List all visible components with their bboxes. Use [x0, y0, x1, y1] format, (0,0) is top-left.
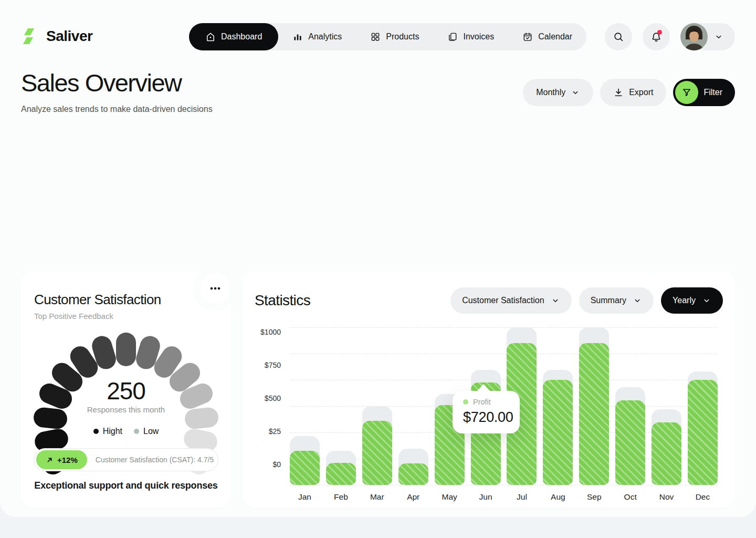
month-label-jul: Jul — [507, 492, 537, 502]
y-axis-tick: $500 — [243, 394, 281, 402]
gauge-caption: Responses this month — [21, 405, 231, 414]
avatar — [680, 23, 708, 50]
chart-tooltip: Profit $720.00 — [453, 391, 520, 433]
bar-sep[interactable] — [579, 327, 609, 485]
csat-score-text: Customer Satisfaction (CSAT): 4.7/5 — [96, 456, 214, 464]
month-label-sep: Sep — [579, 492, 609, 502]
change-badge: +12% — [36, 450, 87, 469]
analytics-icon — [292, 32, 303, 42]
y-axis-tick: $0 — [243, 460, 281, 469]
home-icon — [205, 32, 216, 42]
bar-apr[interactable] — [398, 327, 428, 485]
filter-button[interactable]: Filter — [673, 79, 735, 106]
chevron-down-icon — [714, 32, 723, 42]
export-button-label: Export — [629, 88, 653, 97]
y-axis-tick: $25 — [243, 427, 281, 436]
top-bar: Saliver DashboardAnalyticsProductsInvoic… — [21, 23, 735, 50]
legend-item-low: Low — [134, 427, 159, 436]
statistics-filters: Customer SatisfactionSummaryYearly — [450, 287, 723, 314]
brand-name: Saliver — [46, 28, 92, 45]
month-label-apr: Apr — [398, 492, 428, 502]
legend-item-hight: Hight — [93, 427, 122, 436]
nav-item-calendar[interactable]: Calendar — [508, 23, 586, 50]
search-icon — [613, 31, 624, 43]
statistics-header: Statistics Customer SatisfactionSummaryY… — [255, 287, 723, 314]
card-subtitle: Top Positive Feedback — [34, 312, 113, 320]
chevron-down-icon — [633, 296, 642, 305]
month-label-dec: Dec — [688, 492, 718, 502]
chevron-down-icon — [571, 88, 580, 97]
gauge-segment — [66, 343, 101, 381]
period-select-label: Monthly — [536, 88, 565, 97]
bar-aug[interactable] — [543, 327, 573, 485]
arrow-up-right-icon — [46, 456, 54, 464]
month-label-oct: Oct — [615, 492, 645, 502]
statistics-title: Statistics — [255, 292, 310, 309]
invoices-icon — [447, 32, 458, 42]
chevron-down-icon — [702, 296, 711, 305]
card-more-button[interactable] — [200, 273, 230, 304]
month-label-nov: Nov — [652, 492, 681, 502]
stats-filter-summary[interactable]: Summary — [579, 287, 654, 314]
header-actions: Monthly Export Filter — [523, 79, 735, 106]
change-badge-label: +12% — [57, 456, 78, 464]
main-panel: Saliver DashboardAnalyticsProductsInvoic… — [0, 0, 756, 517]
statistics-card: Statistics Customer SatisfactionSummaryY… — [243, 272, 735, 508]
card-title: Customer Satisfaction — [34, 292, 161, 308]
brand-logo[interactable]: Saliver — [21, 27, 92, 46]
download-icon — [613, 87, 624, 98]
customer-satisfaction-card: Customer Satisfaction Top Positive Feedb… — [21, 272, 231, 508]
month-label-jun: Jun — [471, 492, 501, 502]
search-button[interactable] — [605, 23, 632, 50]
export-button[interactable]: Export — [600, 79, 666, 106]
stats-filter-yearly[interactable]: Yearly — [661, 287, 723, 314]
y-axis-tick: $750 — [243, 361, 281, 369]
gauge-segment — [151, 343, 186, 381]
bar-jan[interactable] — [290, 327, 320, 485]
notification-dot — [657, 30, 662, 35]
bar-feb[interactable] — [326, 327, 356, 485]
gauge-segment — [89, 334, 118, 371]
month-label-aug: Aug — [543, 492, 573, 502]
funnel-icon — [675, 81, 698, 104]
calendar-icon — [522, 32, 533, 42]
page-header: Sales Overview Analyze sales trends to m… — [21, 68, 735, 114]
nav-item-dashboard[interactable]: Dashboard — [189, 23, 278, 50]
gauge-segment — [134, 334, 163, 371]
month-label-mar: Mar — [362, 492, 392, 502]
tooltip-label: Profit — [473, 398, 491, 406]
month-label-jan: Jan — [290, 492, 320, 502]
flash-logo-icon — [21, 27, 40, 46]
x-axis-labels: JanFebMarAprMayJunJulAugSepOctNovDec — [290, 492, 718, 502]
nav-item-analytics[interactable]: Analytics — [278, 23, 356, 50]
tooltip-dot — [463, 399, 468, 405]
nav-item-products[interactable]: Products — [356, 23, 433, 50]
bar-oct[interactable] — [615, 327, 645, 485]
user-menu-button[interactable] — [680, 23, 735, 50]
stats-filter-customer-satisfaction[interactable]: Customer Satisfaction — [450, 287, 572, 314]
products-icon — [370, 32, 381, 42]
card-footer-text: Exceptional support and quick responses — [21, 480, 231, 491]
topbar-controls — [605, 23, 735, 50]
filter-button-label: Filter — [704, 88, 722, 97]
gauge-value: 250 — [21, 377, 231, 405]
ellipsis-icon — [209, 282, 222, 295]
gridline — [290, 485, 718, 485]
bar-mar[interactable] — [362, 327, 392, 485]
period-select[interactable]: Monthly — [523, 79, 593, 106]
y-axis-tick: $1000 — [243, 328, 281, 336]
csat-summary-row: +12% Customer Satisfaction (CSAT): 4.7/5 — [34, 448, 218, 471]
month-label-may: May — [435, 492, 465, 502]
bar-nov[interactable] — [652, 327, 681, 485]
gauge-legend: HightLow — [21, 427, 231, 436]
month-label-feb: Feb — [326, 492, 356, 502]
main-nav: DashboardAnalyticsProductsInvoicesCalend… — [189, 23, 586, 50]
chevron-down-icon — [551, 296, 560, 305]
notifications-button[interactable] — [643, 23, 670, 50]
nav-item-invoices[interactable]: Invoices — [433, 23, 508, 50]
bar-dec[interactable] — [688, 327, 718, 485]
tooltip-value: $720.00 — [463, 409, 509, 426]
gauge-segment — [116, 333, 136, 366]
